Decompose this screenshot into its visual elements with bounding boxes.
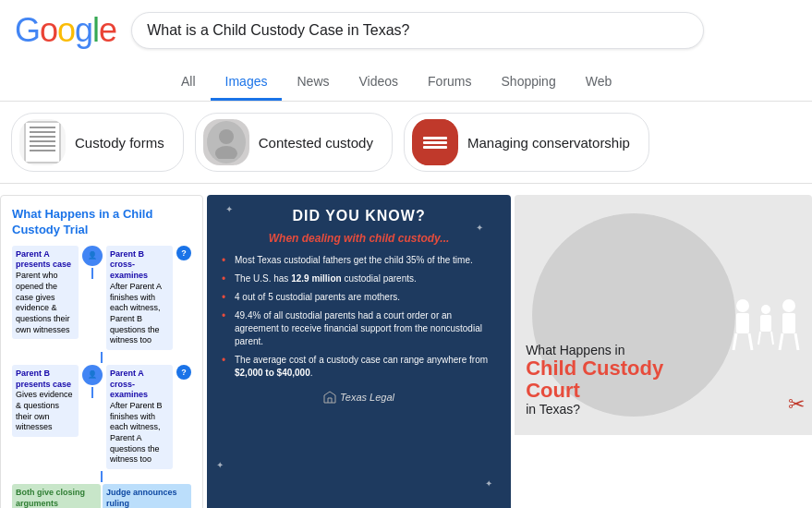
sparkle4: ✦ — [485, 478, 492, 489]
texas-legal-logo: Texas Legal — [222, 391, 496, 404]
card2-fact-2: The U.S. has 12.9 million custodial pare… — [222, 272, 496, 285]
card1-vline4 — [101, 471, 103, 482]
svg-line-5 — [749, 333, 752, 350]
card2-footer: Texas Legal — [222, 391, 496, 404]
card2-subheader: When dealing with child custody... — [222, 232, 496, 245]
card1-parent-b2: Parent B presents case Gives evidence & … — [12, 365, 79, 437]
chip-managing-label: Managing conservatorship — [467, 135, 630, 151]
card1-closing: Both give closing arguments — [12, 484, 101, 508]
card1-vline2 — [101, 352, 103, 363]
nav-tabs: All Images News Videos Forums Shopping W… — [0, 57, 812, 102]
sparkle1: ✦ — [225, 204, 233, 214]
tab-videos[interactable]: Videos — [345, 65, 414, 101]
chip-contested-label: Contested custody — [259, 135, 373, 151]
card1-judge: Judge announces ruling — [103, 484, 191, 508]
image-card-1[interactable]: What Happens in a Child Custody Trial Pa… — [0, 195, 203, 508]
header: Google What is a Child Custody Case in T… — [0, 0, 812, 50]
card1-vline3 — [91, 387, 93, 398]
chip-custody-forms[interactable]: Custody forms — [11, 113, 184, 172]
card1-q2: ? — [176, 365, 191, 380]
card3-line3: in Texas? — [526, 402, 663, 417]
svg-point-10 — [782, 299, 795, 312]
card1-parent-b2-title: Parent B presents case — [16, 369, 75, 390]
image-grid: What Happens in a Child Custody Trial Pa… — [0, 184, 812, 508]
card2-fact-3: 4 out of 5 custodial parents are mothers… — [222, 291, 496, 304]
svg-rect-11 — [782, 313, 795, 333]
card1-closing-title: Both give closing arguments — [16, 488, 97, 508]
card1-parent-b2-desc: Gives evidence & questions their own wit… — [16, 390, 75, 433]
card2-fact-1: Most Texas custodial fathers get the chi… — [222, 254, 496, 267]
scissors-icon: ✂ — [788, 393, 805, 417]
svg-rect-7 — [760, 315, 771, 332]
card2-fact-4: 49.4% of all custodial parents had a cou… — [222, 309, 496, 348]
svg-rect-3 — [736, 313, 749, 333]
card1-title: What Happens in a Child Custody Trial — [12, 207, 191, 238]
svg-point-6 — [761, 305, 770, 314]
chip-managing-conservatorship[interactable]: Managing conservatorship — [404, 113, 649, 172]
svg-line-9 — [771, 332, 773, 345]
image-card-3[interactable]: What Happens in Child Custody Court in T… — [515, 195, 812, 508]
card1-q1: ? — [176, 246, 191, 260]
card1-parent-a1: Parent A presents case Parent who opened… — [12, 246, 79, 340]
svg-point-0 — [219, 129, 234, 144]
chips-row: Custody forms Contested custody Managing… — [0, 102, 812, 184]
card1-parent-a1-title: Parent A presents case — [16, 249, 75, 271]
google-logo: Google — [15, 11, 116, 50]
tab-images[interactable]: Images — [211, 65, 283, 101]
card3-text-block: What Happens in Child Custody Court in T… — [526, 343, 663, 417]
sparkle2: ✦ — [476, 223, 483, 233]
card1-judge-title: Judge announces ruling — [106, 488, 188, 508]
card1-vline1 — [91, 268, 93, 279]
svg-line-12 — [780, 333, 782, 350]
chip-custody-forms-image — [19, 119, 66, 165]
card1-parent-b-cross1-desc: After Parent A finishes with each witnes… — [110, 282, 169, 346]
card1-parent-b-cross1-title: Parent B cross-examines — [110, 249, 169, 282]
tab-web[interactable]: Web — [571, 65, 627, 101]
card1-node1: 👤 — [82, 246, 103, 266]
card1-flow: Parent A presents case Parent who opened… — [12, 246, 191, 508]
card2-facts-list: Most Texas custodial fathers get the chi… — [222, 254, 496, 380]
tab-news[interactable]: News — [282, 65, 344, 101]
card2-fact-5: The average cost of a custody case can r… — [222, 354, 496, 380]
svg-line-13 — [795, 333, 798, 350]
chip-contested-image — [203, 119, 249, 165]
search-query: What is a Child Custody Case in Texas? — [147, 22, 409, 39]
image-card-2[interactable]: ✦ ✦ ✦ ✦ DID YOU KNOW? When dealing with … — [207, 195, 511, 508]
chip-contested-custody[interactable]: Contested custody — [195, 113, 393, 172]
tab-shopping[interactable]: Shopping — [487, 65, 571, 101]
card3-line1: What Happens in — [526, 343, 663, 357]
chip-custody-forms-label: Custody forms — [75, 135, 164, 151]
svg-point-2 — [736, 299, 749, 312]
tab-forums[interactable]: Forums — [413, 65, 486, 101]
svg-line-8 — [758, 332, 760, 345]
card1-parent-a-cross2-desc: After Parent B finishes with each witnes… — [110, 401, 169, 466]
chip-managing-image — [412, 119, 458, 165]
card3-background: What Happens in Child Custody Court in T… — [515, 195, 812, 435]
card1-node2: 👤 — [82, 365, 103, 385]
texas-legal-icon — [323, 391, 336, 404]
svg-line-4 — [733, 333, 736, 350]
card3-line2: Child Custody Court — [526, 357, 663, 402]
card1-parent-a-cross2-title: Parent A cross-examines — [110, 369, 169, 401]
search-bar[interactable]: What is a Child Custody Case in Texas? — [131, 12, 704, 49]
svg-point-1 — [215, 146, 237, 159]
card3-figures — [729, 287, 803, 361]
card1-parent-b-cross1: Parent B cross-examines After Parent A f… — [106, 246, 173, 350]
card1-parent-a-cross2: Parent A cross-examines After Parent B f… — [106, 365, 173, 469]
card1-parent-a1-desc: Parent who opened the case gives evidenc… — [16, 271, 75, 335]
card3-family-svg — [729, 287, 803, 361]
card2-header: DID YOU KNOW? — [222, 208, 496, 224]
texas-legal-text: Texas Legal — [340, 392, 394, 403]
sparkle3: ✦ — [216, 460, 224, 470]
tab-all[interactable]: All — [166, 65, 211, 101]
